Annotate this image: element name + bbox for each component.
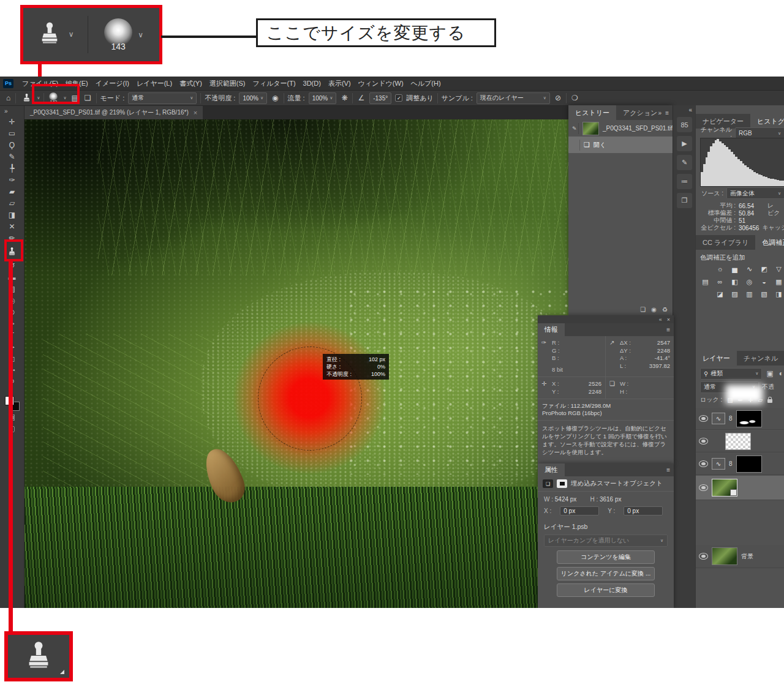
pressure-size-icon[interactable]: ❍ [570,94,579,102]
layer-filter-select[interactable]: ⚲ 種類 ∨ [700,368,762,380]
layer-row-curves-1[interactable]: ∿ 8 [696,408,784,430]
content-aware-move-tool[interactable]: ◨ [4,209,20,220]
properties-action-button[interactable]: レイヤーに変換 [557,583,655,597]
document-tab[interactable]: _P0Q3341_SFD_PS01.tif @ 219% (レイヤー 1, RG… [24,106,203,119]
move-tool[interactable]: ✛ [4,116,20,127]
layer-row-empty[interactable] [696,430,784,452]
clone-source-toggle-icon[interactable]: ❏ [83,94,92,102]
quick-selection-tool[interactable]: ✎ [4,151,20,162]
x-position-input[interactable]: 0 px [560,506,599,516]
red-eye-tool[interactable]: ✕ [4,220,20,232]
filter-kind-icon[interactable]: ▣ [765,369,774,378]
opacity-select[interactable]: 100%∨ [239,92,267,104]
menu-item[interactable]: レイヤー(L) [133,78,176,88]
layer-row-background[interactable]: 背景 [696,545,784,568]
gradient-map-icon[interactable]: ▧ [760,290,769,298]
collapse-panel-icon[interactable]: « [659,317,662,323]
clone-source-panel-icon[interactable]: ❐ [677,193,692,208]
tool-presets-panel-icon[interactable]: ≔ [677,174,692,189]
mode-select[interactable]: 通常∨ [128,92,197,104]
new-snapshot-icon[interactable]: ◉ [651,306,657,313]
delete-state-icon[interactable]: ♻ [662,306,668,313]
color-balance-icon[interactable]: ∞ [715,277,725,286]
threshold-icon[interactable]: ▥ [745,290,754,298]
curves-adjustment-thumbnail[interactable]: ∿ [712,458,725,470]
layer-row-curves-2[interactable]: ∿ 8 [696,453,784,475]
pressure-opacity-icon[interactable]: ◉ [271,94,279,102]
tab-actions[interactable]: アクション [616,105,664,120]
exposure-icon[interactable]: ◩ [760,264,769,273]
visibility-eye-icon[interactable] [699,484,708,491]
background-layer-thumbnail[interactable] [712,547,737,565]
tab-history[interactable]: ヒストリー [568,105,616,120]
tab-histogram[interactable]: ヒストグラム [750,114,784,129]
sample-select[interactable]: 現在のレイヤー∨ [477,92,550,104]
actions-panel-icon[interactable]: ▶ [677,136,692,151]
tab-cc-libraries[interactable]: CC ライブラリ [696,235,755,250]
crop-tool[interactable]: ╄ [4,162,20,174]
brush-settings-panel-icon[interactable]: 85 [677,117,692,132]
y-position-input[interactable]: 0 px [624,506,663,516]
layer-mask-thumbnail[interactable] [736,410,762,427]
panel-menu-icon[interactable]: ≡ [666,326,670,333]
visibility-eye-icon[interactable] [699,438,708,444]
posterize-icon[interactable]: ▨ [730,290,739,298]
history-state-row[interactable]: ❏ 開く [568,137,673,153]
selective-color-icon[interactable]: ◨ [774,290,783,298]
snapshot-thumbnail[interactable] [582,122,599,135]
angle-input[interactable]: -135° [369,92,391,104]
tab-adjustments[interactable]: 色調補正 [755,235,784,250]
marquee-tool[interactable]: ▭ [4,127,20,139]
clone-stamp-preset-icon[interactable] [22,93,31,103]
spot-healing-brush-tool[interactable]: ▰ [4,186,20,197]
visibility-eye-icon[interactable] [699,415,708,422]
menu-item[interactable]: ウィンドウ(W) [355,78,407,88]
brush-presets-panel-icon[interactable]: ✎ [677,155,692,170]
properties-action-button[interactable]: リンクされた アイテムに変換 ... [557,567,655,580]
levels-icon[interactable]: ▅ [730,264,739,273]
menu-item[interactable]: 表示(V) [325,78,355,88]
curves-icon[interactable]: ∿ [745,264,754,273]
tab-properties[interactable]: 属性 [538,463,565,476]
panel-menu-icon[interactable]: ≡ [666,467,670,473]
curves-adjustment-thumbnail[interactable]: ∿ [712,413,725,424]
source-select[interactable]: 画像全体∨ [726,187,784,199]
channel-mixer-icon[interactable]: ◒ [760,277,769,286]
close-icon[interactable]: × [194,109,197,116]
close-panel-icon[interactable]: × [667,317,670,323]
empty-layer-thumbnail[interactable] [725,433,751,450]
menu-item[interactable]: 書式(Y) [176,78,206,88]
history-brush-source-icon[interactable]: ✎ [571,123,579,134]
menu-item[interactable]: ヘルプ(H) [407,78,445,88]
invert-icon[interactable]: ◪ [715,290,725,298]
healing-brush-tool[interactable]: ▱ [4,197,20,209]
new-document-from-state-icon[interactable]: ❏ [640,306,646,313]
history-snapshot-row[interactable]: ✎ _P0Q3341_SFD_PS01.tif [568,120,673,137]
aligned-checkbox[interactable]: ✓ [395,94,402,102]
layer-mask-thumbnail[interactable] [736,456,762,473]
photo-filter-icon[interactable]: ◎ [745,277,754,286]
airbrush-icon[interactable]: ❋ [340,94,349,102]
visibility-eye-icon[interactable] [699,553,708,560]
ignore-adjustment-layers-icon[interactable]: ⊘ [554,94,562,102]
eyedropper-tool[interactable]: ✑ [4,174,20,186]
home-icon[interactable]: ⌂ [5,94,12,102]
layer-row-smart-object[interactable] [696,476,784,500]
color-lookup-icon[interactable]: ▦ [774,277,783,286]
collapse-dock-icon[interactable]: « [673,105,696,113]
toolbar-collapse-icon[interactable]: » [0,106,8,116]
properties-action-button[interactable]: コンテンツを編集 [557,550,655,564]
menu-item[interactable]: 3D(D) [300,78,325,88]
filter-adjustment-icon[interactable]: ◐ [778,369,784,378]
black-white-icon[interactable]: ◧ [730,277,739,286]
menu-item[interactable]: 選択範囲(S) [206,78,249,88]
panel-expand-icon[interactable]: » [658,110,662,116]
mask-chip-icon[interactable] [557,479,567,488]
tab-layers[interactable]: レイヤー [696,351,737,366]
vibrance-icon[interactable]: ▽ [774,264,783,273]
panel-menu-icon[interactable]: ≡ [665,110,669,116]
smart-object-thumbnail[interactable] [712,479,737,497]
menu-item[interactable]: イメージ(I) [92,78,133,88]
hue-saturation-icon[interactable]: ▤ [701,277,710,286]
flow-select[interactable]: 100%∨ [309,92,337,104]
